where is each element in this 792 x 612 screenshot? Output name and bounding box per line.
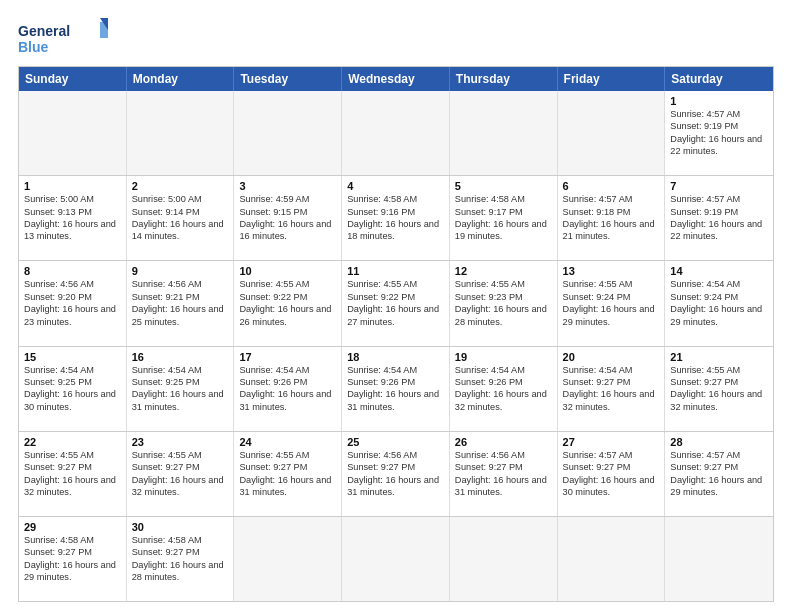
daylight-text: Daylight: 16 hours and 22 minutes. (670, 218, 768, 243)
calendar-body: 1Sunrise: 4:57 AMSunset: 9:19 PMDaylight… (19, 91, 773, 601)
daylight-text: Daylight: 16 hours and 19 minutes. (455, 218, 552, 243)
sunrise-text: Sunrise: 4:58 AM (132, 534, 229, 546)
sunset-text: Sunset: 9:27 PM (563, 376, 660, 388)
cal-header-friday: Friday (558, 67, 666, 91)
sunset-text: Sunset: 9:15 PM (239, 206, 336, 218)
cal-cell: 19Sunrise: 4:54 AMSunset: 9:26 PMDayligh… (450, 347, 558, 431)
sunset-text: Sunset: 9:20 PM (24, 291, 121, 303)
sunrise-text: Sunrise: 4:56 AM (455, 449, 552, 461)
sunrise-text: Sunrise: 4:54 AM (239, 364, 336, 376)
sunrise-text: Sunrise: 4:55 AM (455, 278, 552, 290)
sunrise-text: Sunrise: 4:56 AM (347, 449, 444, 461)
cal-week-4: 15Sunrise: 4:54 AMSunset: 9:25 PMDayligh… (19, 346, 773, 431)
cal-cell: 17Sunrise: 4:54 AMSunset: 9:26 PMDayligh… (234, 347, 342, 431)
cal-cell: 28Sunrise: 4:57 AMSunset: 9:27 PMDayligh… (665, 432, 773, 516)
day-number: 26 (455, 436, 552, 448)
sunrise-text: Sunrise: 5:00 AM (132, 193, 229, 205)
cal-cell: 10Sunrise: 4:55 AMSunset: 9:22 PMDayligh… (234, 261, 342, 345)
sunset-text: Sunset: 9:19 PM (670, 120, 768, 132)
cal-cell: 16Sunrise: 4:54 AMSunset: 9:25 PMDayligh… (127, 347, 235, 431)
sunrise-text: Sunrise: 4:57 AM (563, 193, 660, 205)
day-number: 25 (347, 436, 444, 448)
day-number: 4 (347, 180, 444, 192)
daylight-text: Daylight: 16 hours and 25 minutes. (132, 303, 229, 328)
daylight-text: Daylight: 16 hours and 32 minutes. (455, 388, 552, 413)
cal-cell (665, 517, 773, 601)
svg-text:Blue: Blue (18, 39, 49, 55)
day-number: 9 (132, 265, 229, 277)
cal-cell: 2Sunrise: 5:00 AMSunset: 9:14 PMDaylight… (127, 176, 235, 260)
sunset-text: Sunset: 9:27 PM (670, 376, 768, 388)
logo-svg: General Blue (18, 18, 108, 58)
day-number: 23 (132, 436, 229, 448)
sunrise-text: Sunrise: 4:54 AM (563, 364, 660, 376)
sunset-text: Sunset: 9:18 PM (563, 206, 660, 218)
sunset-text: Sunset: 9:24 PM (670, 291, 768, 303)
sunset-text: Sunset: 9:17 PM (455, 206, 552, 218)
sunset-text: Sunset: 9:24 PM (563, 291, 660, 303)
cal-cell: 21Sunrise: 4:55 AMSunset: 9:27 PMDayligh… (665, 347, 773, 431)
cal-cell (19, 91, 127, 175)
day-number: 10 (239, 265, 336, 277)
daylight-text: Daylight: 16 hours and 31 minutes. (239, 474, 336, 499)
cal-cell: 13Sunrise: 4:55 AMSunset: 9:24 PMDayligh… (558, 261, 666, 345)
sunrise-text: Sunrise: 4:58 AM (24, 534, 121, 546)
cal-cell: 23Sunrise: 4:55 AMSunset: 9:27 PMDayligh… (127, 432, 235, 516)
daylight-text: Daylight: 16 hours and 29 minutes. (670, 303, 768, 328)
day-number: 16 (132, 351, 229, 363)
sunset-text: Sunset: 9:14 PM (132, 206, 229, 218)
cal-cell (558, 91, 666, 175)
day-number: 21 (670, 351, 768, 363)
sunrise-text: Sunrise: 4:54 AM (347, 364, 444, 376)
sunrise-text: Sunrise: 4:55 AM (239, 449, 336, 461)
cal-cell: 26Sunrise: 4:56 AMSunset: 9:27 PMDayligh… (450, 432, 558, 516)
sunset-text: Sunset: 9:25 PM (24, 376, 121, 388)
day-number: 28 (670, 436, 768, 448)
daylight-text: Daylight: 16 hours and 31 minutes. (239, 388, 336, 413)
cal-cell: 3Sunrise: 4:59 AMSunset: 9:15 PMDaylight… (234, 176, 342, 260)
sunset-text: Sunset: 9:26 PM (455, 376, 552, 388)
sunrise-text: Sunrise: 4:59 AM (239, 193, 336, 205)
cal-cell: 6Sunrise: 4:57 AMSunset: 9:18 PMDaylight… (558, 176, 666, 260)
sunrise-text: Sunrise: 4:56 AM (132, 278, 229, 290)
cal-header-monday: Monday (127, 67, 235, 91)
daylight-text: Daylight: 16 hours and 14 minutes. (132, 218, 229, 243)
daylight-text: Daylight: 16 hours and 31 minutes. (347, 388, 444, 413)
day-number: 12 (455, 265, 552, 277)
cal-header-saturday: Saturday (665, 67, 773, 91)
daylight-text: Daylight: 16 hours and 29 minutes. (563, 303, 660, 328)
daylight-text: Daylight: 16 hours and 28 minutes. (132, 559, 229, 584)
cal-cell (342, 517, 450, 601)
cal-week-2: 1Sunrise: 5:00 AMSunset: 9:13 PMDaylight… (19, 175, 773, 260)
cal-cell: 12Sunrise: 4:55 AMSunset: 9:23 PMDayligh… (450, 261, 558, 345)
daylight-text: Daylight: 16 hours and 32 minutes. (132, 474, 229, 499)
sunrise-text: Sunrise: 4:55 AM (563, 278, 660, 290)
sunset-text: Sunset: 9:21 PM (132, 291, 229, 303)
day-number: 19 (455, 351, 552, 363)
sunset-text: Sunset: 9:22 PM (347, 291, 444, 303)
calendar-header: SundayMondayTuesdayWednesdayThursdayFrid… (19, 67, 773, 91)
daylight-text: Daylight: 16 hours and 23 minutes. (24, 303, 121, 328)
sunrise-text: Sunrise: 4:55 AM (24, 449, 121, 461)
daylight-text: Daylight: 16 hours and 32 minutes. (24, 474, 121, 499)
cal-cell: 11Sunrise: 4:55 AMSunset: 9:22 PMDayligh… (342, 261, 450, 345)
day-number: 30 (132, 521, 229, 533)
day-number: 13 (563, 265, 660, 277)
svg-text:General: General (18, 23, 70, 39)
cal-cell: 30Sunrise: 4:58 AMSunset: 9:27 PMDayligh… (127, 517, 235, 601)
sunset-text: Sunset: 9:26 PM (239, 376, 336, 388)
sunset-text: Sunset: 9:27 PM (132, 461, 229, 473)
sunset-text: Sunset: 9:27 PM (24, 461, 121, 473)
sunrise-text: Sunrise: 4:54 AM (132, 364, 229, 376)
sunset-text: Sunset: 9:22 PM (239, 291, 336, 303)
cal-header-wednesday: Wednesday (342, 67, 450, 91)
sunrise-text: Sunrise: 4:57 AM (670, 193, 768, 205)
daylight-text: Daylight: 16 hours and 29 minutes. (670, 474, 768, 499)
day-number: 20 (563, 351, 660, 363)
page: General Blue SundayMondayTuesdayWednesda… (0, 0, 792, 612)
sunrise-text: Sunrise: 4:57 AM (670, 449, 768, 461)
cal-header-thursday: Thursday (450, 67, 558, 91)
day-number: 17 (239, 351, 336, 363)
calendar: SundayMondayTuesdayWednesdayThursdayFrid… (18, 66, 774, 602)
sunrise-text: Sunrise: 4:57 AM (670, 108, 768, 120)
